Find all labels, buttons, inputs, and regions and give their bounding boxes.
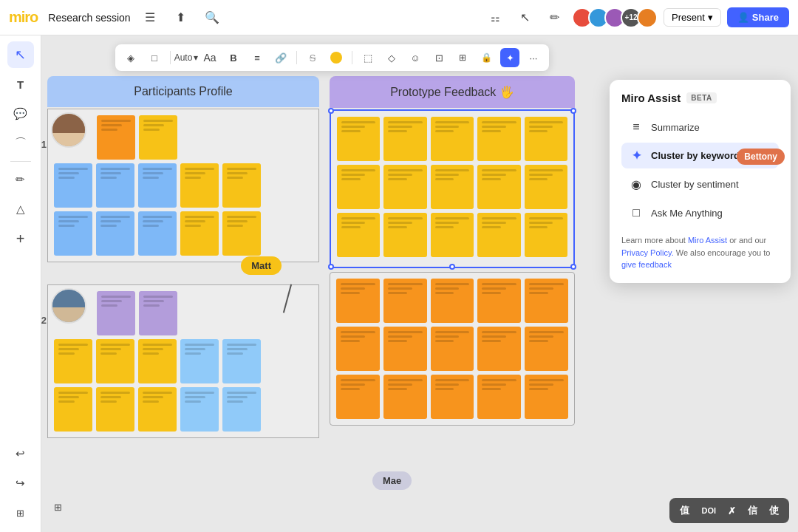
bold-btn[interactable]: B xyxy=(224,48,243,67)
present-button[interactable]: Present ▾ xyxy=(664,8,721,27)
br-btn-3[interactable]: ✗ xyxy=(725,504,739,518)
proto-y10[interactable] xyxy=(525,165,567,209)
arrow-tool-fmt[interactable]: ◈ xyxy=(121,48,140,67)
sticky-yellow-p2-4[interactable] xyxy=(54,387,92,432)
br-btn-1[interactable]: 值 xyxy=(677,502,692,519)
proto-o9[interactable] xyxy=(477,327,521,371)
shapes-tool[interactable]: △ xyxy=(7,196,34,222)
proto-y12[interactable] xyxy=(383,213,426,257)
lock-btn[interactable]: 🔒 xyxy=(477,48,496,67)
proto-o10[interactable] xyxy=(525,327,568,371)
text-tool[interactable]: T xyxy=(7,71,34,98)
canvas[interactable]: ◈ □ Auto ▾ Aa B ≡ 🔗 S ⬚ ◇ ☺ ⊡ ⊞ 🔒 ✦ ··· … xyxy=(41,35,798,532)
sticky-yellow-4[interactable] xyxy=(180,211,219,256)
sticky-yellow-p2-3[interactable] xyxy=(138,339,177,383)
proto-y1[interactable] xyxy=(337,117,380,161)
br-btn-4[interactable]: 信 xyxy=(745,502,760,519)
sticky-blue-5[interactable] xyxy=(96,211,134,256)
proto-o8[interactable] xyxy=(431,327,474,371)
redo-tool[interactable]: ↪ xyxy=(7,470,34,497)
assist-cluster-sentiment[interactable]: ◉ Cluster by sentiment xyxy=(621,171,779,197)
proto-y5[interactable] xyxy=(525,117,567,161)
miro-assist-link[interactable]: Miro Assist xyxy=(688,236,727,245)
assist-summarize[interactable]: ≡ Summarize xyxy=(621,115,779,140)
connect-tool[interactable]: ⌒ xyxy=(7,130,34,157)
proto-o4[interactable] xyxy=(477,279,521,323)
proto-y15[interactable] xyxy=(525,213,567,257)
frame-btn[interactable]: ⊡ xyxy=(429,48,449,67)
sticky-lightblue-4[interactable] xyxy=(222,387,261,432)
sticky-blue-2[interactable] xyxy=(96,163,134,208)
cursor-tool[interactable]: ↖ xyxy=(513,6,536,30)
search-button[interactable]: 🔍 xyxy=(200,6,224,30)
sticky-orange-1[interactable] xyxy=(97,115,135,160)
proto-y13[interactable] xyxy=(431,213,474,257)
sticky-purple-1[interactable] xyxy=(97,291,135,335)
assist-cluster-keywords[interactable]: ✦ Cluster by keywords Bettony xyxy=(621,143,779,168)
comment-tool[interactable]: 💬 xyxy=(7,100,34,127)
proto-o15[interactable] xyxy=(525,375,568,419)
proto-y14[interactable] xyxy=(477,213,520,257)
emoji-btn[interactable]: ☺ xyxy=(406,48,425,67)
sticky-yellow-1[interactable] xyxy=(139,115,177,160)
proto-o6[interactable] xyxy=(336,327,380,371)
pen-tool[interactable]: ✏ xyxy=(7,166,34,193)
proto-o14[interactable] xyxy=(477,375,521,419)
tag-btn[interactable]: ◇ xyxy=(382,48,401,67)
sticky-blue-3[interactable] xyxy=(138,163,177,208)
proto-y7[interactable] xyxy=(383,165,426,209)
font-icon[interactable]: Aa xyxy=(200,48,219,67)
sticky-yellow-3[interactable] xyxy=(222,163,261,208)
share-icon-btn[interactable]: ⬆ xyxy=(169,6,193,30)
sticky-blue-6[interactable] xyxy=(138,211,177,256)
proto-y9[interactable] xyxy=(477,165,520,209)
font-size-selector[interactable]: Auto ▾ xyxy=(177,48,196,67)
proto-o12[interactable] xyxy=(383,375,427,419)
sticky-purple-2[interactable] xyxy=(139,291,177,335)
sticky-lightblue-2[interactable] xyxy=(222,339,261,383)
select-tool-fmt[interactable]: □ xyxy=(145,48,164,67)
proto-y11[interactable] xyxy=(337,213,380,257)
proto-o5[interactable] xyxy=(525,279,568,323)
proto-o3[interactable] xyxy=(431,279,474,323)
align-btn[interactable]: ≡ xyxy=(248,48,267,67)
layers-tool[interactable]: ⊞ xyxy=(7,499,34,526)
sticky-yellow-p2-5[interactable] xyxy=(96,387,134,432)
page-control[interactable]: ⊞ xyxy=(44,494,71,520)
strikethrough-btn[interactable]: S xyxy=(303,48,322,67)
br-btn-2[interactable]: DOI xyxy=(698,505,719,516)
grid-btn[interactable]: ⊞ xyxy=(453,48,472,67)
more-btn[interactable]: ··· xyxy=(524,48,543,67)
sticky-yellow-p2-6[interactable] xyxy=(138,387,177,432)
undo-tool[interactable]: ↩ xyxy=(7,440,34,467)
select-tool[interactable]: ↖ xyxy=(7,41,34,68)
proto-y8[interactable] xyxy=(431,165,474,209)
proto-y2[interactable] xyxy=(383,117,426,161)
color-btn[interactable] xyxy=(327,48,346,67)
sticky-yellow-p2-1[interactable] xyxy=(54,339,92,383)
ai-btn[interactable]: ✦ xyxy=(500,48,519,67)
add-tool[interactable]: + xyxy=(7,225,34,252)
brush-btn[interactable]: ⬚ xyxy=(358,48,378,67)
sticky-yellow-5[interactable] xyxy=(222,211,261,256)
pen-tool[interactable]: ✏ xyxy=(542,6,566,30)
sticky-blue-1[interactable] xyxy=(54,163,92,208)
link-btn[interactable]: 🔗 xyxy=(271,48,290,67)
proto-y4[interactable] xyxy=(477,117,520,161)
proto-o7[interactable] xyxy=(383,327,427,371)
br-btn-5[interactable]: 使 xyxy=(766,502,782,519)
menu-button[interactable]: ☰ xyxy=(138,6,162,30)
give-feedback-link[interactable]: give feedback xyxy=(621,260,672,269)
share-button[interactable]: 👤 Share xyxy=(727,7,789,27)
assist-ask-anything[interactable]: □ Ask Me Anything xyxy=(621,200,779,225)
proto-y3[interactable] xyxy=(431,117,474,161)
avatar-4[interactable] xyxy=(637,7,658,28)
proto-y6[interactable] xyxy=(337,165,380,209)
sticky-yellow-2[interactable] xyxy=(180,163,219,208)
proto-o1[interactable] xyxy=(336,279,380,323)
sticky-lightblue-3[interactable] xyxy=(180,387,219,432)
sticky-yellow-p2-2[interactable] xyxy=(96,339,134,383)
proto-o13[interactable] xyxy=(431,375,474,419)
proto-o2[interactable] xyxy=(383,279,427,323)
proto-o11[interactable] xyxy=(336,375,380,419)
